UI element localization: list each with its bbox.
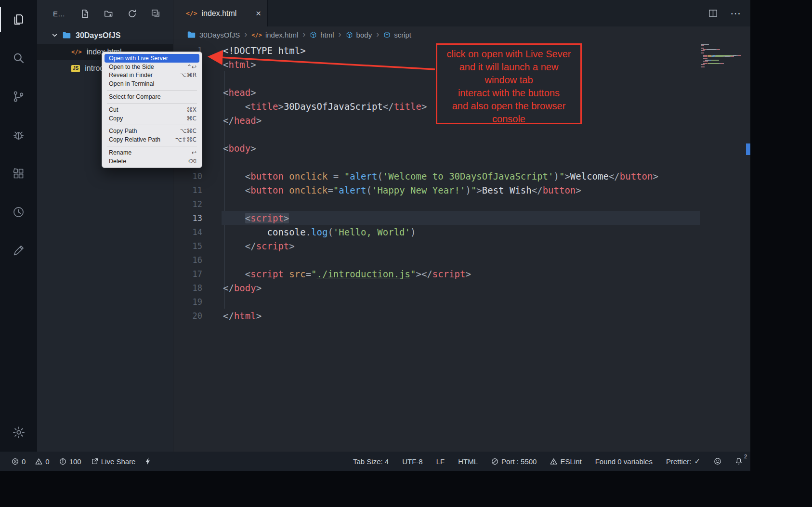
line-number: 16 — [173, 255, 202, 265]
status-tab-size[interactable]: Tab Size: 4 — [353, 457, 389, 466]
status-encoding[interactable]: UTF-8 — [402, 457, 423, 466]
menu-item-label: Rename — [109, 149, 187, 156]
status-label: Prettier: — [666, 457, 692, 466]
status-right: Tab Size: 4UTF-8LFHTMLPort : 5500ESLintF… — [353, 457, 750, 466]
code-line-17[interactable]: 17 <script src="./introduction.js"></scr… — [173, 267, 750, 281]
breadcrumb-html[interactable]: html — [310, 31, 334, 39]
token: title — [250, 101, 278, 112]
sidebar-actions — [80, 9, 160, 18]
activity-item-run-debug[interactable] — [0, 116, 37, 154]
breadcrumb-30daysofjs[interactable]: 30DaysOfJS — [187, 30, 240, 39]
status-eslint[interactable]: ESLint — [550, 457, 581, 466]
token: 'Hello, World' — [333, 227, 410, 237]
menu-item-open-to-the-side[interactable]: Open to the Side⌃↩ — [105, 63, 199, 71]
refresh-icon[interactable] — [128, 9, 137, 18]
menu-item-shortcut: ⌥⇧⌘C — [175, 136, 196, 143]
tree-root-folder[interactable]: 30DaysOfJS — [37, 27, 173, 44]
menu-item-shortcut: ⌥⌘C — [180, 128, 196, 134]
code-text: </head> — [223, 115, 262, 126]
activity-item-history[interactable] — [0, 193, 37, 231]
minimap-token — [723, 63, 724, 64]
menu-item-select-for-compare[interactable]: Select for Compare — [105, 92, 199, 101]
activity-item-source-control[interactable] — [0, 77, 37, 116]
status-info[interactable]: 100 — [59, 457, 81, 466]
activity-item-feedback[interactable] — [0, 231, 37, 270]
breadcrumb-body[interactable]: body — [346, 31, 372, 39]
line-number: 12 — [173, 199, 202, 209]
menu-item-open-in-terminal[interactable]: Open in Terminal — [105, 79, 199, 88]
menu-item-shortcut: ⌘C — [187, 115, 196, 122]
status-label: Port : 5500 — [501, 457, 537, 466]
minimap-token — [741, 55, 741, 56]
status-eol[interactable]: LF — [436, 457, 445, 466]
token: script — [432, 269, 466, 279]
code-line-11[interactable]: 11 <button onclick="alert('Happy New Yea… — [173, 183, 750, 197]
menu-item-copy-relative-path[interactable]: Copy Relative Path⌥⇧⌘C — [105, 135, 199, 144]
menu-item-label: Open with Live Server — [109, 55, 196, 62]
code-text: </html> — [223, 311, 262, 321]
activity-item-search[interactable] — [0, 39, 37, 77]
menu-item-open-with-live-server[interactable]: Open with Live Server — [105, 54, 199, 63]
breadcrumb-script[interactable]: script — [383, 31, 411, 39]
token: = — [333, 171, 339, 182]
code-line-16[interactable]: 16 — [173, 253, 750, 267]
token — [223, 269, 245, 279]
cube-icon — [383, 31, 391, 39]
tab-index-html[interactable]: </> index.html × — [173, 0, 268, 26]
more-actions-icon[interactable]: ⋯ — [730, 8, 741, 19]
token: script — [256, 241, 289, 251]
menu-item-copy[interactable]: Copy⌘C — [105, 114, 199, 123]
minimap[interactable] — [701, 44, 744, 68]
menu-item-shortcut: ⌥⌘R — [180, 72, 196, 78]
code-line-19[interactable]: 19 — [173, 295, 750, 309]
split-editor-icon[interactable] — [708, 9, 718, 18]
code-line-14[interactable]: 14 console.log('Hello, World') — [173, 225, 750, 239]
status-port[interactable]: Port : 5500 — [491, 457, 537, 466]
status-language-mode[interactable]: HTML — [458, 457, 478, 466]
status-warnings[interactable]: 0 — [35, 457, 49, 466]
breadcrumb-index-html[interactable]: </>index.html — [251, 31, 298, 39]
status-flash[interactable] — [145, 457, 151, 465]
token: ( — [367, 185, 372, 195]
new-file-icon[interactable] — [80, 9, 90, 18]
menu-item-cut[interactable]: Cut⌘X — [105, 105, 199, 114]
activity-item-settings[interactable] — [0, 413, 37, 452]
token: 'Welcome to 30DaysOfJavaScript' — [383, 171, 554, 182]
menu-item-reveal-in-finder[interactable]: Reveal in Finder⌥⌘R — [105, 71, 199, 80]
code-line-12[interactable]: 12 — [173, 197, 750, 211]
status-live-share[interactable]: Live Share — [91, 457, 136, 466]
code-line-9[interactable]: 9 — [173, 155, 750, 169]
line-number: 11 — [173, 185, 202, 195]
menu-item-copy-path[interactable]: Copy Path⌥⌘C — [105, 127, 199, 136]
cube-icon — [310, 31, 317, 39]
activity-item-explorer[interactable] — [0, 0, 37, 39]
activity-item-extensions[interactable] — [0, 154, 37, 193]
breadcrumb-label: 30DaysOfJS — [199, 31, 240, 39]
menu-item-rename[interactable]: Rename↩ — [105, 148, 199, 157]
new-folder-icon[interactable] — [104, 9, 113, 18]
code-line-13[interactable]: 13 <script> — [173, 211, 750, 225]
collapse-all-icon[interactable] — [151, 9, 160, 18]
status-label: UTF-8 — [402, 457, 423, 466]
status-errors[interactable]: 0 — [12, 457, 26, 466]
search-icon — [12, 52, 25, 65]
code-line-18[interactable]: 18</body> — [173, 281, 750, 295]
code-text: <html> — [223, 59, 256, 70]
token: . — [306, 227, 311, 237]
menu-item-delete[interactable]: Delete⌫ — [105, 157, 199, 166]
code-text: <body> — [223, 143, 256, 154]
status-notifications[interactable]: 2 — [735, 457, 743, 465]
code-text: console.log('Hello, World') — [223, 227, 416, 237]
notification-badge: 2 — [744, 454, 747, 459]
debug-icon — [12, 129, 25, 142]
code-line-8[interactable]: 8<body> — [173, 141, 750, 155]
code-line-20[interactable]: 20</html> — [173, 309, 750, 323]
status-prettier[interactable]: Prettier:✓ — [666, 457, 700, 466]
breadcrumb-separator: › — [240, 29, 251, 41]
close-icon[interactable]: × — [256, 9, 261, 18]
code-line-15[interactable]: 15 </script> — [173, 239, 750, 253]
status-feedback-smiley[interactable] — [714, 457, 721, 465]
code-line-10[interactable]: 10 <button onclick = "alert('Welcome to … — [173, 169, 750, 183]
code-line-7[interactable]: 7 — [173, 127, 750, 141]
status-variables[interactable]: Found 0 variables — [595, 457, 653, 466]
